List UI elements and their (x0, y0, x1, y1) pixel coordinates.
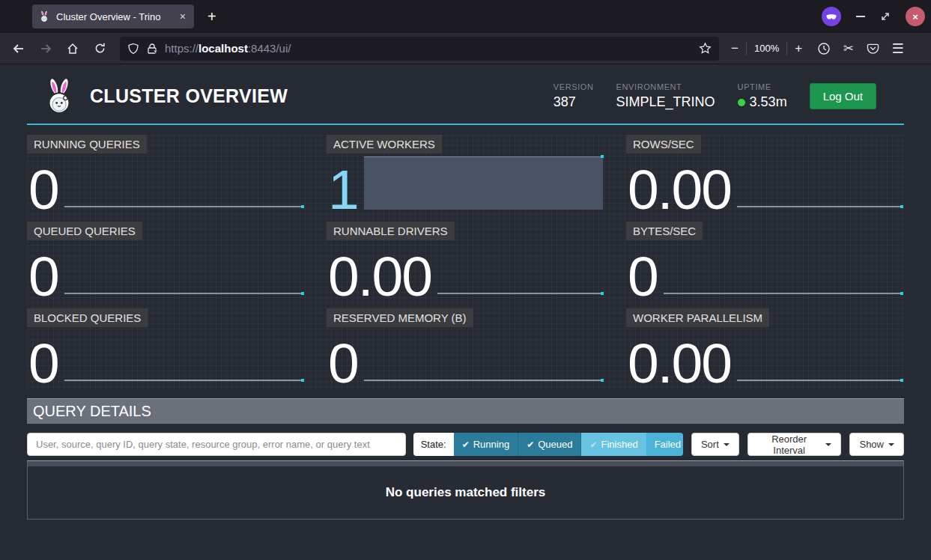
insecure-lock-icon[interactable] (146, 43, 158, 55)
stat-value: 0.00 (628, 166, 731, 213)
query-list-empty-panel: No queries matched filters (27, 460, 904, 520)
state-filter-group: State: ✔ Running ✔ Queued ✔ Finished Fa (413, 433, 683, 456)
forward-button[interactable] (34, 37, 57, 60)
stat-value: 0.00 (628, 340, 731, 386)
caret-down-icon (888, 443, 894, 446)
stat-label: RUNNING QUERIES (27, 135, 147, 153)
sparkline-dot (900, 379, 903, 382)
divider (746, 42, 747, 55)
menu-hamburger-icon[interactable]: ☰ (892, 40, 904, 57)
query-filter-toolbar: State: ✔ Running ✔ Queued ✔ Finished Fa (27, 433, 904, 456)
stat-label: RESERVED MEMORY (B) (327, 308, 473, 327)
stat-tile-rows-sec: ROWS/SEC 0.00 (626, 135, 904, 215)
logout-button[interactable]: Log Out (810, 83, 876, 109)
private-browsing-badge (822, 7, 841, 26)
stat-value: 0 (328, 340, 358, 386)
stat-label: WORKER PARALLELISM (626, 308, 769, 327)
state-filter-running[interactable]: ✔ Running (454, 433, 519, 456)
zoom-in-button[interactable]: + (795, 41, 802, 56)
reorder-interval-dropdown[interactable]: Reorder Interval (747, 433, 842, 456)
zoom-level-button[interactable]: 100% (754, 43, 779, 54)
reload-button[interactable] (88, 37, 111, 60)
zoom-out-button[interactable]: − (731, 41, 739, 56)
check-icon: ✔ (462, 439, 470, 450)
show-dropdown[interactable]: Show (849, 433, 904, 456)
pocket-icon[interactable] (867, 42, 879, 55)
check-icon: ✔ (527, 439, 534, 450)
stat-value: 0 (28, 253, 58, 299)
sparkline-dot (301, 205, 304, 208)
url-text: https://localhost:8443/ui/ (165, 42, 291, 55)
check-icon: ✔ (589, 439, 597, 450)
uptime-info: UPTIME 3.53m (738, 82, 787, 110)
stat-value: 0 (28, 340, 58, 386)
stat-label: BYTES/SEC (626, 222, 703, 240)
stat-label: QUEUED QUERIES (27, 222, 142, 240)
environment-info: ENVIRONMENT SIMPLE_TRINO (616, 82, 715, 110)
version-label: VERSION (554, 82, 594, 91)
version-info: VERSION 387 (554, 82, 594, 110)
history-clock-icon[interactable] (817, 42, 831, 55)
stat-value: 0.00 (328, 253, 431, 299)
sparkline-dot (601, 292, 604, 295)
sparkline-dot (601, 379, 604, 382)
sort-dropdown[interactable]: Sort (691, 433, 739, 456)
stat-tile-running-queries: RUNNING QUERIES 0 (27, 135, 305, 215)
stat-value: 0 (628, 253, 658, 299)
version-value: 387 (554, 94, 594, 110)
home-button[interactable] (61, 37, 84, 60)
sparkline (737, 206, 903, 207)
stat-label: ACTIVE WORKERS (327, 135, 442, 153)
state-filter-queued[interactable]: ✔ Queued (518, 433, 581, 456)
environment-label: ENVIRONMENT (616, 82, 715, 91)
stat-tile-blocked-queries: BLOCKED QUERIES 0 (27, 308, 305, 389)
sparkline-dot (601, 155, 604, 158)
browser-tab-bar: Cluster Overview - Trino × + × (0, 0, 931, 33)
environment-value: SIMPLE_TRINO (616, 94, 715, 110)
uptime-value: 3.53m (750, 94, 787, 109)
tracking-shield-icon[interactable] (127, 43, 139, 55)
stat-label: BLOCKED QUERIES (27, 308, 148, 327)
sparkline (364, 380, 603, 381)
state-filter-label: State: (413, 433, 454, 456)
stat-value: 0 (28, 166, 58, 213)
url-bar[interactable]: https://localhost:8443/ui/ (120, 37, 719, 61)
state-filter-finished[interactable]: ✔ Finished (581, 433, 646, 456)
sparkline-dot (301, 292, 304, 295)
bookmark-star-icon[interactable] (699, 42, 712, 55)
sparkline (64, 206, 303, 207)
private-mask-icon (825, 10, 837, 22)
state-filter-failed-dropdown[interactable]: Failed (646, 433, 683, 456)
browser-tab[interactable]: Cluster Overview - Trino × (32, 4, 194, 28)
page-title: CLUSTER OVERVIEW (90, 85, 288, 107)
new-tab-button[interactable]: + (207, 9, 216, 24)
trino-bunny-logo-icon (43, 77, 75, 115)
sparkline (737, 380, 903, 381)
uptime-status-dot (738, 99, 745, 106)
query-search-input[interactable] (27, 433, 406, 456)
window-close-button[interactable]: × (906, 7, 925, 26)
back-button[interactable] (7, 37, 30, 60)
sparkline (664, 293, 903, 294)
screenshot-scissors-icon[interactable]: ✂ (843, 41, 853, 55)
window-minimize-button[interactable] (856, 16, 865, 17)
browser-toolbar: https://localhost:8443/ui/ − 100% + ✂ ☰ (0, 33, 931, 64)
empty-state-message: No queries matched filters (386, 485, 546, 500)
window-restore-button[interactable] (880, 11, 891, 22)
caret-down-icon (825, 443, 831, 446)
uptime-label: UPTIME (738, 82, 787, 91)
cluster-stats-grid: RUNNING QUERIES 0 ACTIVE WORKERS 1 ROWS/… (27, 135, 904, 389)
sparkline (64, 293, 303, 294)
trino-favicon-icon (38, 10, 50, 22)
caret-down-icon (724, 443, 730, 446)
stat-tile-worker-parallelism: WORKER PARALLELISM 0.00 (626, 308, 904, 389)
stat-tile-runnable-drivers: RUNNABLE DRIVERS 0.00 (327, 222, 604, 302)
page-header: CLUSTER OVERVIEW VERSION 387 ENVIRONMENT… (27, 64, 904, 125)
tab-title: Cluster Overview - Trino (56, 11, 178, 22)
stat-tile-queued-queries: QUEUED QUERIES 0 (27, 222, 305, 302)
sparkline-dot (900, 205, 903, 208)
tab-close-icon[interactable]: × (178, 10, 188, 22)
sparkline (437, 293, 603, 294)
divider (786, 42, 787, 55)
sparkline-dot (900, 292, 903, 295)
